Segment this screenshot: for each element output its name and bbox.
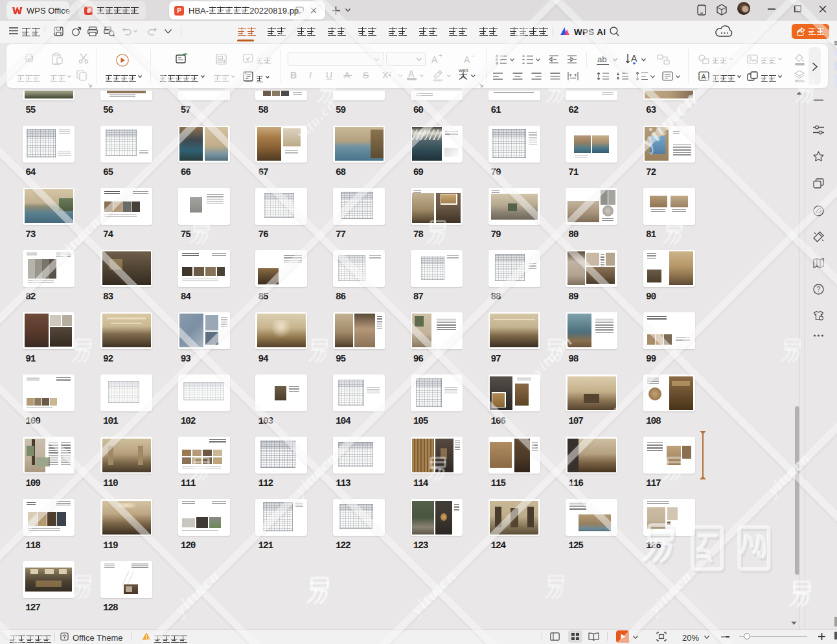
svg-text:A: A <box>702 73 706 80</box>
svg-text:A: A <box>631 53 637 63</box>
svg-text:?: ? <box>817 286 821 293</box>
